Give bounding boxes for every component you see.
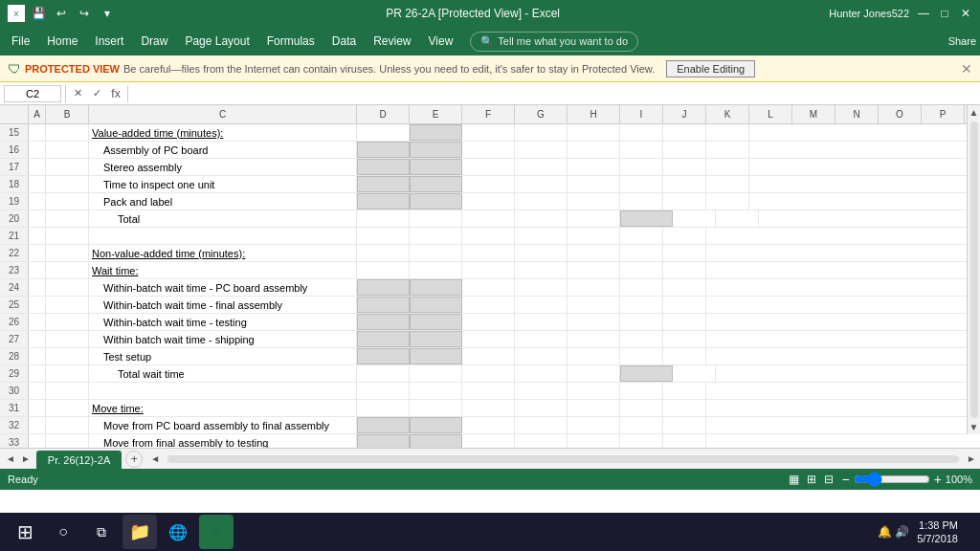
page-break-view-button[interactable]: ⊟ xyxy=(824,473,834,486)
start-button[interactable]: ⊞ xyxy=(8,515,42,549)
task-view-button[interactable]: ⧉ xyxy=(84,515,119,549)
cell-g32[interactable] xyxy=(515,417,568,433)
cell-g24[interactable] xyxy=(515,279,568,296)
cell-h33[interactable] xyxy=(568,434,620,448)
cell-b29[interactable] xyxy=(46,365,89,382)
cell-g23[interactable] xyxy=(515,262,568,278)
cell-f21[interactable] xyxy=(462,228,515,244)
customize-quick-access[interactable]: ▾ xyxy=(98,4,117,23)
col-header-o[interactable]: O xyxy=(879,105,922,123)
cell-i26[interactable] xyxy=(620,314,663,330)
cell-k15[interactable] xyxy=(706,124,749,141)
cell-e22[interactable] xyxy=(410,245,462,261)
enable-editing-button[interactable]: Enable Editing xyxy=(666,60,755,77)
cell-h25[interactable] xyxy=(568,297,620,313)
cell-j18[interactable] xyxy=(663,176,706,192)
menu-view[interactable]: View xyxy=(421,31,461,52)
cell-g30[interactable] xyxy=(515,383,568,399)
cell-b17[interactable] xyxy=(46,159,89,175)
cell-c33[interactable]: Move from final assembly to testing xyxy=(89,434,357,448)
cell-i23[interactable] xyxy=(620,262,663,278)
cell-b26[interactable] xyxy=(46,314,89,330)
cell-i19[interactable] xyxy=(620,193,663,209)
col-header-h[interactable]: H xyxy=(568,105,620,123)
insert-function-icon[interactable]: fx xyxy=(108,86,123,101)
cell-f31[interactable] xyxy=(462,400,515,416)
cell-e20[interactable] xyxy=(410,210,462,227)
close-protected-bar-button[interactable]: ✕ xyxy=(961,61,972,77)
cell-k17[interactable] xyxy=(706,159,749,175)
cell-g15[interactable] xyxy=(515,124,568,141)
cell-j27[interactable] xyxy=(663,331,706,347)
cell-i31[interactable] xyxy=(620,400,663,416)
cell-f20[interactable] xyxy=(462,210,515,227)
cell-d20[interactable] xyxy=(357,210,410,227)
cell-d19[interactable] xyxy=(357,193,410,209)
cell-b30[interactable] xyxy=(46,383,89,399)
cell-f16[interactable] xyxy=(462,142,515,158)
sheet-tab-active[interactable]: Pr. 26(12)-2A xyxy=(36,451,122,470)
cell-e21[interactable] xyxy=(410,228,462,244)
cell-j33[interactable] xyxy=(663,434,706,448)
cell-j25[interactable] xyxy=(663,297,706,313)
cell-a33[interactable] xyxy=(29,434,46,448)
cell-f22[interactable] xyxy=(462,245,515,261)
cell-d27[interactable] xyxy=(357,331,410,347)
cell-d22[interactable] xyxy=(357,245,410,261)
cell-h23[interactable] xyxy=(568,262,620,278)
cell-i16[interactable] xyxy=(620,142,663,158)
cell-b23[interactable] xyxy=(46,262,89,278)
cell-b24[interactable] xyxy=(46,279,89,296)
cell-e16[interactable] xyxy=(410,142,462,158)
cell-i22[interactable] xyxy=(620,245,663,261)
scroll-up-button[interactable]: ▲ xyxy=(969,105,979,120)
cell-j22[interactable] xyxy=(663,245,706,261)
zoom-in-button[interactable]: + xyxy=(934,472,942,487)
cell-h15[interactable] xyxy=(568,124,620,141)
cell-c16[interactable]: Assembly of PC board xyxy=(89,142,357,158)
cell-e26[interactable] xyxy=(410,314,462,330)
tell-me-input[interactable]: 🔍 Tell me what you want to do xyxy=(470,32,638,52)
cell-b19[interactable] xyxy=(46,193,89,209)
col-header-c[interactable]: C xyxy=(89,105,357,123)
cell-j28[interactable] xyxy=(663,348,706,364)
cell-j20[interactable] xyxy=(673,210,716,227)
cell-b32[interactable] xyxy=(46,417,89,433)
cell-d17[interactable] xyxy=(357,159,410,175)
cell-a18[interactable] xyxy=(29,176,46,192)
cell-j26[interactable] xyxy=(663,314,706,330)
cell-a22[interactable] xyxy=(29,245,46,261)
cell-c32[interactable]: Move from PC board assembly to final ass… xyxy=(89,417,357,433)
cell-h18[interactable] xyxy=(568,176,620,192)
cell-h27[interactable] xyxy=(568,331,620,347)
cell-h30[interactable] xyxy=(568,383,620,399)
cell-d33[interactable] xyxy=(357,434,410,448)
col-header-b[interactable]: B xyxy=(46,105,89,123)
scroll-right-button[interactable]: ► xyxy=(967,453,976,464)
cell-c19[interactable]: Pack and label xyxy=(89,193,357,209)
cell-a31[interactable] xyxy=(29,400,46,416)
excel-taskbar-button[interactable]: X xyxy=(199,515,234,549)
cell-j19[interactable] xyxy=(663,193,706,209)
close-button[interactable]: ✕ xyxy=(959,7,972,20)
cell-f26[interactable] xyxy=(462,314,515,330)
cell-b22[interactable] xyxy=(46,245,89,261)
cell-c28[interactable]: Test setup xyxy=(89,348,357,364)
col-header-p[interactable]: P xyxy=(922,105,965,123)
cell-f18[interactable] xyxy=(462,176,515,192)
cell-h19[interactable] xyxy=(568,193,620,209)
cell-h31[interactable] xyxy=(568,400,620,416)
cell-e30[interactable] xyxy=(410,383,462,399)
cell-i27[interactable] xyxy=(620,331,663,347)
cell-a23[interactable] xyxy=(29,262,46,278)
cell-i32[interactable] xyxy=(620,417,663,433)
cell-j21[interactable] xyxy=(663,228,706,244)
cell-d18[interactable] xyxy=(357,176,410,192)
cell-g25[interactable] xyxy=(515,297,568,313)
cell-g31[interactable] xyxy=(515,400,568,416)
cell-e29[interactable] xyxy=(410,365,462,382)
cell-g27[interactable] xyxy=(515,331,568,347)
cell-a32[interactable] xyxy=(29,417,46,433)
cell-c20[interactable]: Total xyxy=(89,210,357,227)
cell-e32[interactable] xyxy=(410,417,462,433)
